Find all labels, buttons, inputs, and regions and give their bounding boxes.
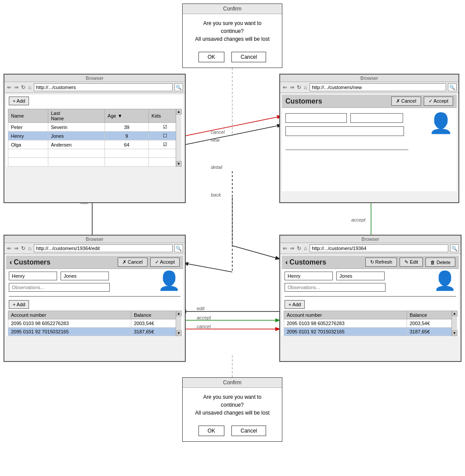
- detail-content-header: ‹ Customers ↻ Refresh ✎ Edit 🗑 Delete: [282, 256, 459, 269]
- nav-buttons-new: ⇐ ⇒ ↻ ⌂: [282, 84, 308, 91]
- edit-scrollbar-up[interactable]: ▲: [176, 311, 182, 316]
- back-nav-btn-edit[interactable]: ⇐: [6, 245, 12, 252]
- accept-bottom-label: accept: [197, 315, 211, 320]
- edit-content-header: ‹ Customers ✗ Cancel ✓ Accept: [6, 256, 183, 269]
- edit-avatar: 👤: [158, 272, 180, 290]
- edit-firstname-field[interactable]: [9, 272, 57, 280]
- new-firstname-field[interactable]: [285, 113, 347, 123]
- col-name: Name: [8, 109, 48, 123]
- url-bar-list[interactable]: [34, 83, 173, 91]
- cell-age: 39: [105, 123, 149, 132]
- refresh-nav-btn-detail[interactable]: ↻: [296, 245, 302, 252]
- home-nav-btn-new[interactable]: ⌂: [303, 84, 308, 91]
- cell-account: 2095 0103 98 6052276283: [8, 319, 131, 328]
- browser-new: Browser ⇐ ⇒ ↻ ⌂ 🔍 Customers ✗ Cancel ✓ A…: [279, 74, 459, 203]
- accept-top-label: accept: [351, 217, 365, 222]
- browser-list: Browser ⇐ ⇒ ↻ ⌂ 🔍 + Add Name LastName Ag…: [4, 74, 186, 203]
- new-avatar: 👤: [429, 113, 453, 133]
- cell-name: Olga: [8, 140, 48, 149]
- scrollbar-up[interactable]: ▲: [176, 109, 182, 115]
- back-nav-btn-detail[interactable]: ⇐: [282, 245, 288, 252]
- bottom-ok-button[interactable]: OK: [198, 426, 224, 436]
- url-bar-detail[interactable]: [310, 244, 448, 252]
- detail-firstname-field[interactable]: [285, 272, 333, 280]
- account-row[interactable]: 2095 0103 98 6052276283 2003,54€: [8, 319, 181, 328]
- nav-buttons: ⇐ ⇒ ↻ ⌂: [6, 84, 32, 91]
- cancel-bottom-label: cancel: [197, 324, 211, 329]
- account-row[interactable]: 2095 0101 92 7015032165 3187,65€: [8, 328, 181, 336]
- cell-lastname: Andersen: [48, 140, 105, 149]
- edit-header-btns: ✗ Cancel ✓ Accept: [118, 258, 180, 267]
- browser-edit: Browser ⇐ ⇒ ↻ ⌂ 🔍 ‹ Customers ✗ Cancel ✓…: [4, 235, 186, 362]
- detail-account-row[interactable]: 2095 0103 98 6052276283 2003,54€: [284, 319, 457, 328]
- edit-observations-field[interactable]: [9, 283, 110, 292]
- add-customer-button[interactable]: + Add: [9, 97, 29, 105]
- edit-add-account-button[interactable]: + Add: [9, 300, 29, 309]
- detail-lastname-field[interactable]: [336, 272, 385, 280]
- edit-accounts-table: Account number Balance 2095 0103 98 6052…: [8, 311, 181, 336]
- browser-list-toolbar: ⇐ ⇒ ↻ ⌂ 🔍: [4, 82, 185, 93]
- refresh-nav-btn[interactable]: ↻: [20, 84, 26, 91]
- detail-back-btn[interactable]: ‹: [285, 258, 288, 266]
- browser-edit-content: ‹ Customers ✗ Cancel ✓ Accept 👤 + Add Ac…: [6, 256, 183, 336]
- forward-nav-btn-detail[interactable]: ⇒: [289, 245, 295, 252]
- table-row[interactable]: Henry Jones 9: [8, 132, 181, 140]
- browser-edit-title: Browser: [4, 236, 185, 243]
- detail-account-row[interactable]: 2095 0101 92 7015032165 3187,65€: [284, 328, 457, 336]
- col-account-detail: Account number: [284, 311, 407, 319]
- browser-new-toolbar: ⇐ ⇒ ↻ ⌂ 🔍: [280, 82, 458, 93]
- table-row[interactable]: Olga Andersen 64: [8, 140, 181, 149]
- home-nav-btn[interactable]: ⌂: [27, 84, 32, 91]
- forward-nav-btn[interactable]: ⇒: [13, 84, 19, 91]
- search-btn-edit[interactable]: 🔍: [174, 244, 183, 252]
- top-ok-button[interactable]: OK: [198, 52, 224, 62]
- search-btn-new[interactable]: 🔍: [448, 83, 457, 91]
- table-row[interactable]: Peter Severin 39: [8, 123, 181, 132]
- detail-content-title: Customers: [289, 258, 326, 266]
- home-nav-btn-edit[interactable]: ⌂: [27, 245, 32, 252]
- detail-delete-button[interactable]: 🗑 Delete: [425, 258, 455, 267]
- bottom-confirm-dialog: Confirm Are you sure you want to continu…: [182, 377, 282, 442]
- edit-lastname-field[interactable]: [61, 272, 109, 280]
- refresh-nav-btn-edit[interactable]: ↻: [20, 245, 26, 252]
- detail-add-account-button[interactable]: + Add: [285, 300, 305, 309]
- back-nav-btn-new[interactable]: ⇐: [282, 84, 288, 91]
- new-lastname-field[interactable]: [350, 113, 403, 123]
- col-account: Account number: [8, 311, 131, 319]
- detail-accounts-table: Account number Balance 2095 0103 98 6052…: [284, 311, 457, 336]
- home-nav-btn-detail[interactable]: ⌂: [303, 245, 308, 252]
- new-observations-field[interactable]: [285, 126, 404, 136]
- browser-list-content: + Add Name LastName Age ▼ Kids Peter Sev…: [6, 95, 183, 167]
- edit-accept-button[interactable]: ✓ Accept: [150, 258, 180, 267]
- url-bar-edit[interactable]: [34, 244, 173, 252]
- back-label: back: [211, 192, 221, 197]
- forward-nav-btn-new[interactable]: ⇒: [289, 84, 295, 91]
- detail-avatar: 👤: [433, 272, 456, 290]
- url-bar-new[interactable]: [310, 83, 446, 91]
- table-row-empty: [8, 158, 181, 167]
- detail-refresh-button[interactable]: ↻ Refresh: [365, 258, 397, 267]
- scrollbar-down[interactable]: ▼: [176, 161, 182, 167]
- search-btn-list[interactable]: 🔍: [174, 83, 183, 91]
- refresh-nav-btn-new[interactable]: ↻: [296, 84, 302, 91]
- new-accept-button[interactable]: ✓ Accept: [424, 97, 453, 106]
- edit-cancel-button[interactable]: ✗ Cancel: [118, 258, 148, 267]
- top-cancel-button[interactable]: Cancel: [231, 52, 266, 62]
- top-dialog-buttons: OK Cancel: [183, 48, 282, 68]
- back-nav-btn[interactable]: ⇐: [6, 84, 12, 91]
- search-btn-detail[interactable]: 🔍: [450, 244, 459, 252]
- col-lastname: LastName: [48, 109, 105, 123]
- detail-scrollbar-down[interactable]: ▼: [452, 330, 458, 336]
- customers-table: Name LastName Age ▼ Kids Peter Severin 3…: [8, 109, 181, 167]
- edit-scrollbar-down[interactable]: ▼: [176, 330, 182, 336]
- detail-edit-button[interactable]: ✎ Edit: [400, 258, 423, 267]
- new-cancel-button[interactable]: ✗ Cancel: [391, 97, 421, 106]
- detail-scrollbar-up[interactable]: ▲: [452, 311, 458, 316]
- top-dialog-body: Are you sure you want to continue? All u…: [183, 14, 282, 48]
- col-balance-detail: Balance: [407, 311, 457, 319]
- forward-nav-btn-edit[interactable]: ⇒: [13, 245, 19, 252]
- bottom-cancel-button[interactable]: Cancel: [231, 426, 266, 436]
- detail-header-btns: ↻ Refresh ✎ Edit 🗑 Delete: [365, 258, 455, 267]
- edit-back-btn[interactable]: ‹: [10, 258, 12, 266]
- detail-observations-field[interactable]: [285, 283, 386, 292]
